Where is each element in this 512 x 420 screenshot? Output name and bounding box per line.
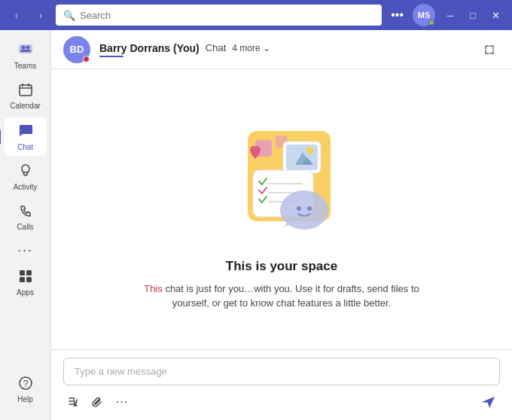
send-button[interactable]	[476, 390, 500, 414]
chat-header-info: Barry Dorrans (You) Chat 4 more ⌄	[99, 42, 470, 57]
more-toolbar-button[interactable]: ···	[111, 391, 133, 412]
svg-point-28	[297, 206, 301, 211]
sidebar-item-calendar[interactable]: Calendar	[5, 78, 47, 114]
sidebar-item-chat[interactable]: Chat	[5, 117, 47, 156]
search-bar[interactable]: 🔍	[56, 5, 382, 26]
svg-rect-5	[20, 85, 32, 96]
chat-icon	[17, 122, 34, 141]
chat-username: Barry Dorrans (You)	[99, 42, 200, 54]
welcome-illustration	[214, 108, 349, 244]
calls-icon	[18, 203, 33, 221]
apps-icon	[18, 269, 33, 286]
sidebar-bottom: ? Help	[5, 371, 47, 414]
activity-icon	[18, 163, 33, 181]
sidebar-apps-label: Apps	[17, 288, 34, 297]
more-options-button[interactable]: •••	[386, 5, 408, 25]
svg-rect-10	[26, 270, 32, 275]
title-bar: ‹ › 🔍 ••• MS ─ □ ✕	[0, 0, 512, 30]
svg-point-22	[306, 147, 314, 154]
svg-rect-9	[20, 270, 25, 275]
chat-tab-indicator	[99, 56, 123, 57]
title-bar-actions: ••• MS ─ □ ✕	[386, 4, 506, 26]
sidebar-item-more[interactable]: ···	[5, 239, 47, 261]
calendar-icon	[18, 82, 33, 99]
chat-input-area: Type a new message ···	[51, 349, 512, 420]
status-indicator	[428, 20, 434, 26]
user-status-dot	[83, 56, 90, 62]
welcome-title: This is your space	[226, 259, 337, 274]
window-controls: ─ □ ✕	[440, 5, 506, 26]
forward-button[interactable]: ›	[30, 5, 51, 26]
teams-icon	[17, 41, 34, 59]
chevron-down-icon: ⌄	[263, 43, 270, 53]
svg-point-1	[21, 46, 25, 50]
chat-tab[interactable]: Chat	[206, 42, 226, 53]
svg-text:?: ?	[23, 379, 28, 389]
chat-messages: This is your space This chat is just for…	[51, 69, 512, 349]
sidebar-item-help[interactable]: ? Help	[5, 371, 47, 408]
back-button[interactable]: ‹	[6, 5, 27, 26]
main-layout: Teams Calendar Chat	[0, 30, 512, 420]
format-button[interactable]	[63, 391, 84, 412]
svg-point-29	[307, 206, 312, 211]
svg-point-2	[26, 46, 29, 50]
svg-rect-12	[26, 277, 32, 282]
chat-user-avatar: BD	[63, 36, 90, 63]
sidebar-chat-label: Chat	[17, 143, 33, 151]
nav-buttons: ‹ ›	[6, 5, 51, 26]
svg-rect-0	[19, 44, 32, 53]
sidebar-item-apps[interactable]: Apps	[5, 264, 47, 301]
attach-button[interactable]	[87, 391, 108, 412]
help-icon: ?	[18, 376, 33, 393]
welcome-description: This chat is just for you…with you. Use …	[139, 282, 425, 311]
expand-button[interactable]	[479, 39, 500, 60]
message-input[interactable]: Type a new message	[63, 358, 500, 385]
search-icon: 🔍	[63, 10, 75, 21]
avatar[interactable]: MS	[413, 4, 435, 26]
chat-header-top: Barry Dorrans (You) Chat 4 more ⌄	[99, 42, 470, 54]
sidebar-calendar-label: Calendar	[10, 102, 41, 110]
sidebar-activity-label: Activity	[14, 183, 38, 191]
chat-more-button[interactable]: 4 more ⌄	[232, 43, 270, 53]
svg-rect-4	[25, 50, 31, 52]
sidebar-item-activity[interactable]: Activity	[5, 159, 47, 196]
minimize-button[interactable]: ─	[440, 5, 461, 26]
maximize-button[interactable]: □	[462, 5, 483, 26]
chat-toolbar: ···	[63, 390, 500, 414]
sidebar-calls-label: Calls	[17, 223, 33, 231]
sidebar-item-teams[interactable]: Teams	[5, 36, 47, 75]
sidebar-teams-label: Teams	[14, 62, 36, 70]
chat-header: BD Barry Dorrans (You) Chat 4 more ⌄	[51, 30, 512, 69]
sidebar-item-calls[interactable]: Calls	[5, 199, 47, 236]
highlight-text: This	[144, 283, 163, 294]
search-input[interactable]	[80, 10, 374, 21]
chat-area: BD Barry Dorrans (You) Chat 4 more ⌄	[51, 30, 512, 420]
svg-rect-11	[20, 277, 25, 282]
more-icon: ···	[17, 243, 33, 257]
close-button[interactable]: ✕	[485, 5, 506, 26]
sidebar: Teams Calendar Chat	[0, 30, 51, 420]
sidebar-help-label: Help	[17, 395, 33, 403]
